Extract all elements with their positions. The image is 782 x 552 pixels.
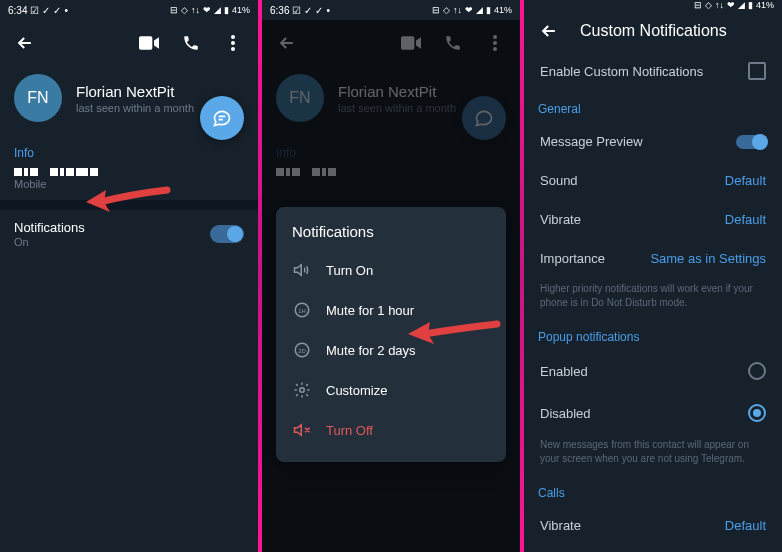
svg-point-2 [231,41,235,45]
page-title: Custom Notifications [572,22,776,40]
general-hint: Higher priority notifications will work … [524,278,782,320]
panel2-header [262,20,520,66]
back-icon [268,24,306,62]
svg-point-3 [231,47,235,51]
message-fab[interactable] [200,96,244,140]
svg-text:1H: 1H [298,308,306,314]
phone-icon [434,24,472,62]
importance-row[interactable]: Importance Same as in Settings [524,239,782,278]
notifications-row[interactable]: Notifications On [0,210,258,258]
disabled-radio[interactable] [748,404,766,422]
video-call-icon [392,24,430,62]
sheet-customize[interactable]: Customize [276,370,506,410]
general-label: General [524,92,782,122]
notifications-sheet: Notifications Turn On 1H Mute for 1 hour… [276,207,506,462]
svg-rect-4 [401,36,414,49]
gear-icon [292,380,312,400]
sheet-mute-1h[interactable]: 1H Mute for 1 hour [276,290,506,330]
vibrate-row[interactable]: Vibrate Default [524,200,782,239]
status-bar: 6:34☑✓✓• ⊟◇↑↓❤◢▮41% [0,0,258,20]
svg-point-6 [493,41,497,45]
panel-custom-notifications: ⊟◇↑↓❤◢▮41% Custom Notifications Enable C… [524,0,782,552]
video-call-icon[interactable] [130,24,168,62]
phone-info[interactable]: Mobile [0,166,258,200]
sheet-mute-2d[interactable]: 2D Mute for 2 days [276,330,506,370]
back-icon[interactable] [6,24,44,62]
phone-icon[interactable] [172,24,210,62]
popup-hint: New messages from this contact will appe… [524,434,782,476]
panel1-header [0,20,258,66]
calls-ringtone-row[interactable]: Ringtone Default [524,545,782,552]
enable-checkbox[interactable] [748,62,766,80]
svg-rect-0 [139,36,152,49]
calls-label: Calls [524,476,782,506]
more-icon[interactable] [214,24,252,62]
mute-icon [292,420,312,440]
notifications-toggle[interactable] [210,225,244,243]
panel-sheet: 6:36☑✓✓• ⊟◇↑↓❤◢▮41% FN Florian NextPit l… [262,0,520,552]
svg-point-1 [231,35,235,39]
sheet-turn-off[interactable]: Turn Off [276,410,506,450]
avatar: FN [276,74,324,122]
message-fab [462,96,506,140]
popup-disabled-row[interactable]: Disabled [524,392,782,434]
svg-text:2D: 2D [298,348,306,354]
message-preview-row[interactable]: Message Preview [524,122,782,161]
enabled-radio[interactable] [748,362,766,380]
status-bar: ⊟◇↑↓❤◢▮41% [524,0,782,12]
sheet-turn-on[interactable]: Turn On [276,250,506,290]
back-icon[interactable] [530,12,568,50]
avatar[interactable]: FN [14,74,62,122]
info-label: Info [0,136,258,166]
clock-1h-icon: 1H [292,300,312,320]
preview-toggle[interactable] [736,135,766,149]
sound-row[interactable]: Sound Default [524,161,782,200]
custom-header: Custom Notifications [524,12,782,50]
panel-profile: 6:34☑✓✓• ⊟◇↑↓❤◢▮41% FN Florian NextPit l… [0,0,258,552]
calls-vibrate-row[interactable]: Vibrate Default [524,506,782,545]
popup-enabled-row[interactable]: Enabled [524,350,782,392]
status-bar: 6:36☑✓✓• ⊟◇↑↓❤◢▮41% [262,0,520,20]
popup-label: Popup notifications [524,320,782,350]
enable-custom-row[interactable]: Enable Custom Notifications [524,50,782,92]
more-icon [476,24,514,62]
svg-point-5 [493,35,497,39]
svg-point-7 [493,47,497,51]
clock-2d-icon: 2D [292,340,312,360]
speaker-icon [292,260,312,280]
svg-point-12 [300,388,305,393]
sheet-title: Notifications [276,219,506,250]
